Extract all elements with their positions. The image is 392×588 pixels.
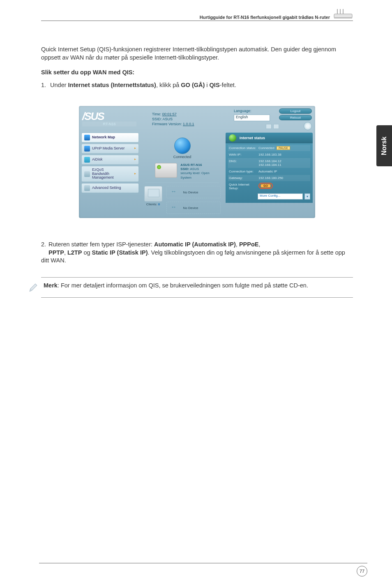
logout-button[interactable]: Logout — [279, 108, 312, 114]
page-header: Hurtigguide for RT-N16 flerfunksjonell g… — [41, 8, 353, 21]
top-info: Time: 00:01:57 SSID: ASUS Firmware Versi… — [152, 112, 230, 126]
pause-button[interactable]: PAUSE — [277, 146, 290, 150]
internet-status-panel: Internet status Connection status: Conne… — [226, 133, 313, 214]
step-2: 2.Ruteren støtter fem typer ISP-tjeneste… — [41, 241, 353, 265]
connection-status-text: Connected — [173, 155, 191, 159]
clients-icon — [144, 186, 162, 202]
sidebar-item-ezqos[interactable]: EzQoS Bandwidth Management ▸ — [81, 166, 139, 182]
sidebar-item-network-map[interactable]: Network Map — [81, 133, 139, 142]
sidebar-item-advanced[interactable]: Advanced Setting — [81, 183, 139, 193]
router-icon — [333, 8, 353, 20]
side-language-tab: Norsk — [376, 125, 392, 166]
chevron-right-icon: ▸ — [134, 158, 136, 161]
internet-globe-icon — [174, 138, 191, 154]
center-panel: Connected ASUS RT-N16 SSID: ASUS securit… — [141, 133, 223, 214]
sidebar-item-label: EzQoS Bandwidth Management — [92, 168, 114, 180]
note-box: Merk: For mer detaljert informasjon om Q… — [41, 277, 353, 298]
panel-title: Internet status — [240, 136, 265, 140]
sidebar-item-label: AiDisk — [92, 158, 103, 162]
reboot-button[interactable]: Reboot — [279, 115, 312, 120]
sidebar-item-label: Advanced Setting — [92, 186, 121, 190]
chevron-right-icon: ▸ — [134, 172, 136, 176]
page-footer: 77 — [39, 563, 367, 577]
router-image-icon — [155, 163, 177, 178]
router-spec: ASUS RT-N16 SSID: ASUS security level: O… — [180, 163, 209, 180]
globe-icon — [304, 122, 312, 130]
status-globe-icon — [229, 134, 236, 142]
router-ui-screenshot: /SUS RT-N16 Time: 00:01:57 SSID: ASUS Fi… — [79, 106, 315, 218]
header-title: Hurtigguide for RT-N16 flerfunksjonell g… — [200, 15, 330, 20]
clients-count: Clients: 0 — [144, 202, 162, 206]
note-pencil-icon — [28, 283, 39, 293]
device-slot-1: No Device — [166, 186, 221, 198]
network-map-icon — [84, 135, 90, 140]
bandwidth-icon — [84, 171, 90, 177]
advanced-icon — [84, 185, 90, 191]
sidebar: Network Map UPnP Media Server ▸ AiDisk ▸… — [81, 133, 139, 214]
weather-icons — [266, 124, 279, 129]
step-1: 1. Under Internet status (Internettstatu… — [41, 81, 353, 90]
asus-logo: /SUS — [82, 112, 148, 121]
sidebar-item-label: UPnP Media Server — [92, 147, 125, 151]
device-slot-2: No Device — [166, 202, 221, 214]
go-highlight-circle: GO — [258, 183, 273, 189]
chevron-right-icon: ▸ — [134, 147, 136, 150]
device-arrows-icon — [171, 189, 180, 195]
sidebar-item-aidisk[interactable]: AiDisk ▸ — [81, 155, 139, 165]
go-button[interactable]: GO — [261, 184, 271, 188]
intro-paragraph: Quick Internet Setup (QIS)-funksjonen re… — [41, 46, 353, 62]
section-heading: Slik setter du opp WAN med QIS: — [41, 69, 353, 76]
language-label: Language: — [234, 109, 251, 113]
aidisk-icon — [84, 157, 90, 163]
language-select[interactable]: English — [234, 115, 270, 121]
chevron-down-icon[interactable]: ▾ — [304, 193, 310, 200]
uptime-link[interactable]: 00:01:57 — [162, 112, 177, 116]
more-config-select[interactable]: More Config... — [258, 193, 303, 200]
sidebar-item-upnp[interactable]: UPnP Media Server ▸ — [81, 144, 139, 154]
upnp-icon — [84, 146, 90, 152]
sidebar-item-label: Network Map — [92, 136, 115, 140]
device-arrows-icon — [171, 204, 180, 211]
page-number: 77 — [357, 566, 367, 577]
svg-rect-4 — [334, 17, 352, 18]
logo-block: /SUS RT-N16 — [82, 112, 148, 126]
firmware-link[interactable]: 1.0.0.1 — [183, 122, 194, 126]
